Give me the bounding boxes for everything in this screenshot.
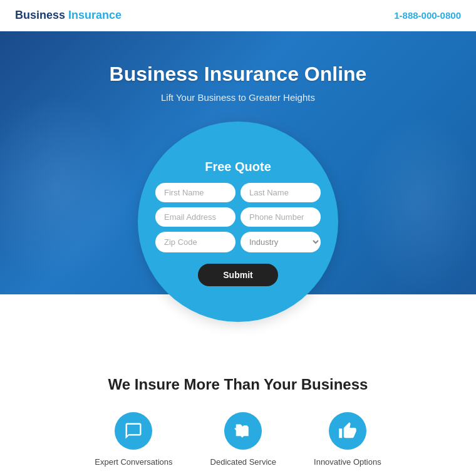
handshake-icon-circle (224, 412, 262, 450)
features-row: Expert Conversations Dedicated Service I… (13, 412, 463, 476)
chat-icon (124, 422, 143, 440)
header: Business Insurance 1-888-000-0800 (0, 0, 476, 31)
thumbsup-icon (338, 422, 357, 440)
form-row-contact (155, 207, 321, 227)
phone-input[interactable] (241, 207, 321, 227)
feature-conversations-label: Expert Conversations (95, 457, 172, 467)
form-row-name (155, 183, 321, 202)
section-tagline: We Insure More Than Your Business (13, 376, 463, 393)
handshake-icon (234, 422, 252, 440)
hero-subtitle: Lift Your Business to Greater Heights (110, 92, 367, 103)
last-name-input[interactable] (241, 183, 321, 202)
hero-section: Business Insurance Online Lift Your Busi… (0, 31, 476, 294)
form-title: Free Quote (205, 160, 271, 174)
zip-input[interactable] (155, 232, 235, 252)
logo-insurance: Insurance (65, 9, 122, 21)
hero-title: Business Insurance Online (110, 63, 367, 86)
phone-number[interactable]: 1-888-000-0800 (394, 10, 461, 21)
feature-service: Dedicated Service (210, 412, 277, 467)
quote-form-circle: Free Quote Industry Technology Retail He… (138, 122, 338, 322)
logo-business: Business (15, 9, 65, 21)
feature-conversations: Expert Conversations (95, 412, 172, 467)
logo: Business Insurance (15, 9, 122, 22)
thumbsup-icon-circle (329, 412, 366, 450)
industry-select[interactable]: Industry Technology Retail Healthcare Fi… (241, 232, 321, 252)
chat-icon-circle (115, 412, 152, 450)
email-input[interactable] (155, 207, 235, 227)
form-circle-wrapper: Free Quote Industry Technology Retail He… (138, 128, 338, 322)
first-name-input[interactable] (155, 183, 235, 202)
hero-content: Business Insurance Online Lift Your Busi… (110, 31, 367, 122)
feature-options: Innovative Options (314, 412, 381, 467)
feature-options-label: Innovative Options (314, 457, 381, 467)
feature-service-label: Dedicated Service (210, 457, 277, 467)
form-row-zip-industry: Industry Technology Retail Healthcare Fi… (155, 232, 321, 252)
submit-button[interactable]: Submit (198, 264, 277, 286)
